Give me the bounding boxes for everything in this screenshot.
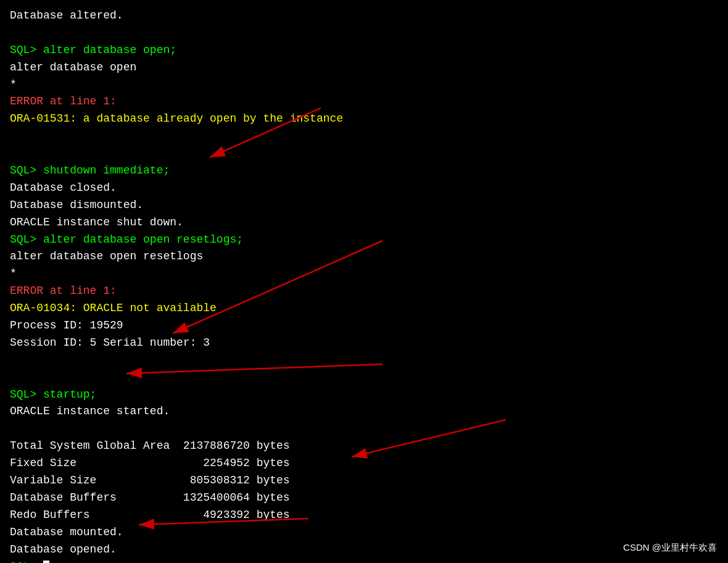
terminal-window: Database altered.SQL> alter database ope… [0,0,728,563]
terminal-line-l6: ERROR at line 1: [10,93,718,111]
terminal-line-l9 [10,145,718,162]
terminal-line-l11: Database closed. [10,180,718,197]
terminal-line-l32: Database opened. [10,541,718,559]
terminal-line-l20: Session ID: 5 Serial number: 3 [10,335,718,352]
terminal-line-l4: alter database open [10,59,718,77]
terminal-line-l23: SQL> startup; [10,386,718,404]
terminal-line-l18: ORA-01034: ORACLE not available [10,300,718,317]
terminal-line-l17: ERROR at line 1: [10,283,718,300]
terminal-line-l25 [10,420,718,438]
terminal-line-l22 [10,369,718,386]
terminal-line-l21 [10,352,718,369]
terminal-line-l12: Database dismounted. [10,197,718,214]
terminal-line-l1: Database altered. [10,7,718,25]
terminal-line-l27: Fixed Size 2254952 bytes [10,455,718,472]
terminal-line-l30: Redo Buffers 4923392 bytes [10,507,718,524]
terminal-line-l14: SQL> alter database open resetlogs; [10,231,718,249]
terminal-line-l26: Total System Global Area 2137886720 byte… [10,438,718,455]
terminal-line-l10: SQL> shutdown immediate; [10,162,718,180]
terminal-line-l28: Variable Size 805308312 bytes [10,472,718,490]
terminal-line-l3: SQL> alter database open; [10,42,718,59]
terminal-line-l33: SQL> [10,559,718,564]
terminal-line-l19: Process ID: 19529 [10,317,718,335]
terminal-cursor [43,561,49,563]
terminal-line-l24: ORACLE instance started. [10,403,718,420]
terminal-line-l2 [10,25,718,42]
terminal-line-l16: * [10,265,718,283]
terminal-line-l8 [10,128,718,145]
terminal-line-l13: ORACLE instance shut down. [10,214,718,231]
terminal-line-l29: Database Buffers 1325400064 bytes [10,490,718,507]
terminal-line-l31: Database mounted. [10,524,718,541]
watermark: CSDN @业里村牛欢喜 [623,540,717,554]
terminal-line-l5: * [10,77,718,94]
terminal-line-l7: ORA-01531: a database already open by th… [10,111,718,128]
terminal-content: Database altered.SQL> alter database ope… [10,7,718,563]
terminal-line-l15: alter database open resetlogs [10,248,718,265]
